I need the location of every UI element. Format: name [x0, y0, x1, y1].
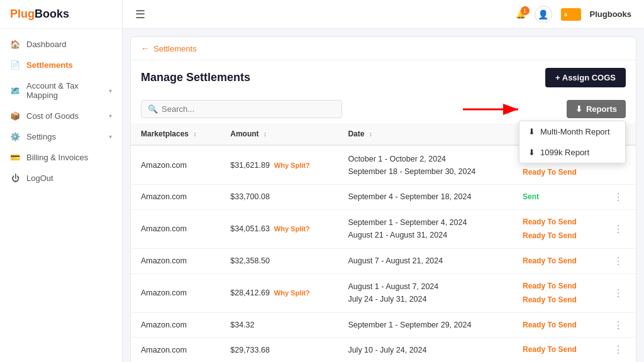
amazon-icon: a [561, 8, 581, 21]
red-arrow-indicator [463, 100, 526, 119]
actions-cell[interactable]: ⋮ [600, 337, 636, 362]
breadcrumb-link[interactable]: Settlements [153, 44, 197, 53]
status-cell: Ready To Send [513, 337, 600, 362]
row-action-menu[interactable]: ⋮ [613, 344, 623, 355]
marketplace-cell: Amazon.com [131, 337, 220, 362]
sidebar-item-cost-of-goods[interactable]: 📦 Cost of Goods ▾ [0, 106, 122, 126]
marketplace-cell: Amazon.com [131, 145, 220, 185]
multi-month-report-item[interactable]: ⬇ Multi-Month Report [519, 121, 625, 142]
date-cell: August 7 - August 21, 2024 [338, 248, 513, 273]
date-cell: July 10 - July 24, 2024 [338, 337, 513, 362]
sort-icon[interactable]: ↕ [369, 131, 372, 138]
why-split-link[interactable]: Why Split? [274, 289, 310, 297]
amount-cell: $34,051.63 Why Split? [220, 209, 338, 248]
notification-button[interactable]: 🔔 1 [516, 9, 526, 19]
amount-cell: $28,412.69 Why Split? [220, 273, 338, 312]
reports-button-label: Reports [586, 104, 617, 114]
status-badge: Ready To Send [523, 282, 577, 290]
actions-cell[interactable]: ⋮ [600, 209, 636, 248]
actions-cell[interactable]: ⋮ [600, 185, 636, 210]
amount-cell: $33,700.08 [220, 185, 338, 210]
sort-icon[interactable]: ↕ [193, 131, 196, 138]
status-badge: Ready To Send [523, 256, 577, 265]
logo-text: PlugBooks. [10, 8, 70, 20]
logo: PlugBooks. [0, 0, 122, 29]
amount-cell: $32,358.50 [220, 248, 338, 273]
row-action-menu[interactable]: ⋮ [613, 224, 623, 234]
table-row: Amazon.com$28,412.69 Why Split?August 1 … [131, 273, 636, 312]
chevron-down-icon: ▾ [109, 133, 112, 140]
download-icon: ⬇ [528, 148, 535, 157]
sidebar-item-label: LogOut [26, 173, 53, 183]
row-action-menu[interactable]: ⋮ [613, 192, 623, 202]
table-row: Amazon.com$33,700.08September 4 - Septem… [131, 185, 636, 210]
status-badge: Ready To Send [523, 168, 577, 177]
sidebar-item-billing[interactable]: 💳 Billing & Invoices [0, 147, 122, 168]
download-icon: ⬇ [528, 127, 535, 136]
status-badge: Sent [523, 192, 539, 201]
status-badge: Ready To Send [523, 345, 577, 354]
col-date: Date ↕ [338, 123, 513, 145]
cogs-icon: 📦 [10, 111, 20, 121]
why-split-link[interactable]: Why Split? [274, 225, 310, 233]
download-icon: ⬇ [575, 104, 582, 114]
sidebar-item-label: Account & Tax Mapping [26, 81, 103, 100]
header-right: 🔔 1 👤 a Plugbooks [516, 6, 631, 23]
marketplace-cell: Amazon.com [131, 209, 220, 248]
assign-cogs-button[interactable]: + Assign COGS [545, 68, 626, 87]
main-area: ☰ 🔔 1 👤 a Plugbooks ← Settlements [123, 0, 644, 362]
search-icon: 🔍 [148, 104, 158, 114]
sort-icon[interactable]: ↕ [264, 131, 267, 138]
amount-cell: $29,733.68 [220, 337, 338, 362]
sidebar-item-label: Settings [26, 132, 56, 141]
why-split-link[interactable]: Why Split? [274, 162, 310, 169]
back-arrow-icon[interactable]: ← [141, 43, 150, 53]
status-badge: Ready To Send [523, 321, 577, 329]
status-cell: Ready To Send [513, 248, 600, 273]
sidebar-item-settings[interactable]: ⚙️ Settings ▾ [0, 126, 122, 147]
1099k-report-item[interactable]: ⬇ 1099k Report [519, 142, 625, 163]
row-action-menu[interactable]: ⋮ [613, 288, 623, 299]
table-row: Amazon.com$32,358.50August 7 - August 21… [131, 248, 636, 273]
sidebar-item-label: Settlements [26, 60, 73, 70]
chevron-down-icon: ▾ [109, 87, 112, 94]
page-title: Manage Settlements [141, 71, 250, 84]
toolbar: 🔍 ⬇ Reports [131, 95, 636, 123]
hamburger-menu[interactable]: ☰ [135, 8, 145, 21]
svg-text:a: a [564, 11, 567, 18]
multi-month-label: Multi-Month Report [540, 127, 610, 136]
content-area: ← Settlements Manage Settlements + Assig… [123, 29, 644, 362]
status-badge: Ready To Send [523, 217, 577, 226]
user-profile-button[interactable]: 👤 [535, 6, 552, 23]
sidebar-item-label: Cost of Goods [26, 111, 79, 121]
sidebar-item-dashboard[interactable]: 🏠 Dashboard [0, 34, 122, 55]
status-cell: Sent [513, 185, 600, 210]
breadcrumb: ← Settlements [131, 37, 636, 60]
sidebar-item-logout[interactable]: ⏻ LogOut [0, 168, 122, 189]
sidebar-item-settlements[interactable]: 📄 Settlements [0, 55, 122, 75]
search-input[interactable] [162, 104, 335, 114]
actions-cell[interactable]: ⋮ [600, 273, 636, 312]
sidebar-item-account-tax[interactable]: 🗺️ Account & Tax Mapping ▾ [0, 75, 122, 106]
date-cell: September 1 - September 4, 2024August 21… [338, 209, 513, 248]
col-marketplaces: Marketplaces ↕ [131, 123, 220, 145]
sidebar-item-label: Dashboard [26, 40, 67, 49]
actions-cell[interactable]: ⋮ [600, 248, 636, 273]
account-tax-icon: 🗺️ [10, 86, 20, 96]
actions-cell[interactable]: ⋮ [600, 312, 636, 337]
table-row: Amazon.com$34.32September 1 - September … [131, 312, 636, 337]
marketplace-cell: Amazon.com [131, 273, 220, 312]
date-cell: August 1 - August 7, 2024July 24 - July … [338, 273, 513, 312]
marketplace-cell: Amazon.com [131, 185, 220, 210]
col-amount: Amount ↕ [220, 123, 338, 145]
top-header: ☰ 🔔 1 👤 a Plugbooks [123, 0, 644, 29]
sidebar: PlugBooks. 🏠 Dashboard 📄 Settlements 🗺️ … [0, 0, 123, 362]
table-row: Amazon.com$29,733.68July 10 - July 24, 2… [131, 337, 636, 362]
settings-icon: ⚙️ [10, 132, 20, 141]
amount-cell: $34.32 [220, 312, 338, 337]
header-brand-label: Plugbooks [590, 9, 631, 19]
row-action-menu[interactable]: ⋮ [613, 256, 623, 266]
reports-button[interactable]: ⬇ Reports [567, 100, 626, 118]
row-action-menu[interactable]: ⋮ [613, 320, 623, 331]
date-cell: September 4 - September 18, 2024 [338, 185, 513, 210]
